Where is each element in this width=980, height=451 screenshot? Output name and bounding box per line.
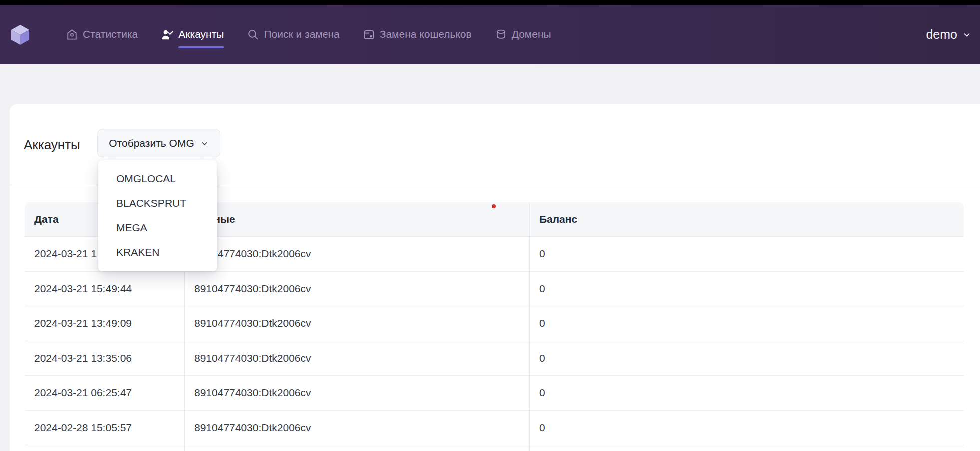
top-black-strip [0, 0, 980, 5]
page-title: Аккаунты [24, 137, 80, 152]
cell-balance: 0 [529, 306, 964, 341]
dropdown-option[interactable]: KRAKEN [98, 240, 217, 264]
nav-item-label: Поиск и замена [264, 28, 339, 40]
nav-item-accounts[interactable]: Аккаунты [161, 5, 224, 64]
cell-data: 89104774030:Dtk2006cv [184, 237, 529, 271]
nav-item-search-replace[interactable]: Поиск и замена [247, 5, 339, 64]
user-check-icon [161, 28, 174, 41]
cell-balance: 0 [529, 237, 964, 271]
cell-date [25, 445, 184, 451]
wallet-icon [363, 28, 375, 41]
content-card: Аккаунты Отобразить OMG Дата Данные Бала… [10, 104, 980, 451]
cell-date: 2024-02-28 15:05:57 [25, 411, 184, 445]
cell-balance: 0 [529, 411, 964, 445]
dropdown-option[interactable]: MEGA [98, 215, 217, 240]
nav-menu: Статистика Аккаунты Поиск и замена [66, 5, 551, 64]
navbar: Статистика Аккаунты Поиск и замена [0, 5, 980, 64]
cell-data: 89104774030:Dtk2006cv [184, 306, 529, 341]
nav-item-wallet-replace[interactable]: Замена кошельков [363, 5, 472, 64]
cell-balance: 0 [529, 272, 964, 306]
nav-item-label: Замена кошельков [380, 28, 472, 40]
dropdown-option[interactable]: BLACKSPRUT [98, 191, 217, 215]
cell-date: 2024-03-21 13:49:09 [25, 306, 184, 341]
table-row: 2024-03-21 15:49:44 89104774030:Dtk2006c… [25, 272, 964, 307]
chevron-down-icon [200, 139, 209, 148]
cell-data: 89104774030:Dtk2006cv [184, 341, 529, 376]
red-dot-artifact [492, 204, 496, 208]
table-row: 2024-02-28 15:05:57 89104774030:Dtk2006c… [25, 411, 964, 446]
table-row: 2024-03-21 06:25:47 89104774030:Dtk2006c… [25, 376, 964, 411]
user-menu-label: demo [926, 27, 957, 42]
brand-logo[interactable] [11, 24, 30, 45]
nav-item-label: Аккаунты [178, 28, 224, 40]
cell-date: 2024-03-21 15:49:44 [25, 272, 184, 306]
cell-date: 2024-03-21 13:35:06 [25, 341, 184, 376]
cell-date: 2024-03-21 06:25:47 [25, 376, 184, 410]
nav-item-label: Домены [512, 28, 551, 40]
cube-logo-icon [11, 24, 30, 45]
cell-data [184, 445, 529, 451]
cell-balance [529, 445, 964, 451]
marketplace-dropdown-menu: OMGLOCAL BLACKSPRUT MEGA KRAKEN [98, 160, 217, 271]
column-header-data: Данные [184, 202, 529, 236]
dropdown-option[interactable]: OMGLOCAL [98, 166, 217, 191]
cell-balance: 0 [529, 376, 964, 410]
column-header-balance: Баланс [529, 202, 964, 236]
table-row: 2024-03-21 13:49:09 89104774030:Dtk2006c… [25, 306, 964, 341]
nav-item-statistics[interactable]: Статистика [66, 5, 138, 64]
chevron-down-icon [962, 30, 971, 39]
search-icon [247, 28, 259, 41]
database-icon [495, 28, 507, 41]
filter-button-label: Отобразить OMG [109, 137, 194, 149]
cell-data: 89104774030:Dtk2006cv [184, 272, 529, 306]
nav-item-label: Статистика [83, 28, 138, 40]
table-row: 2024-03-21 13:35:06 89104774030:Dtk2006c… [25, 341, 964, 376]
home-icon [66, 28, 78, 41]
nav-item-domains[interactable]: Домены [495, 5, 551, 64]
table-row [25, 445, 964, 451]
cell-balance: 0 [529, 341, 964, 376]
user-menu[interactable]: demo [926, 27, 971, 42]
cell-data: 89104774030:Dtk2006cv [184, 411, 529, 445]
marketplace-filter-button[interactable]: Отобразить OMG [97, 129, 220, 157]
cell-data: 89104774030:Dtk2006cv [184, 376, 529, 410]
